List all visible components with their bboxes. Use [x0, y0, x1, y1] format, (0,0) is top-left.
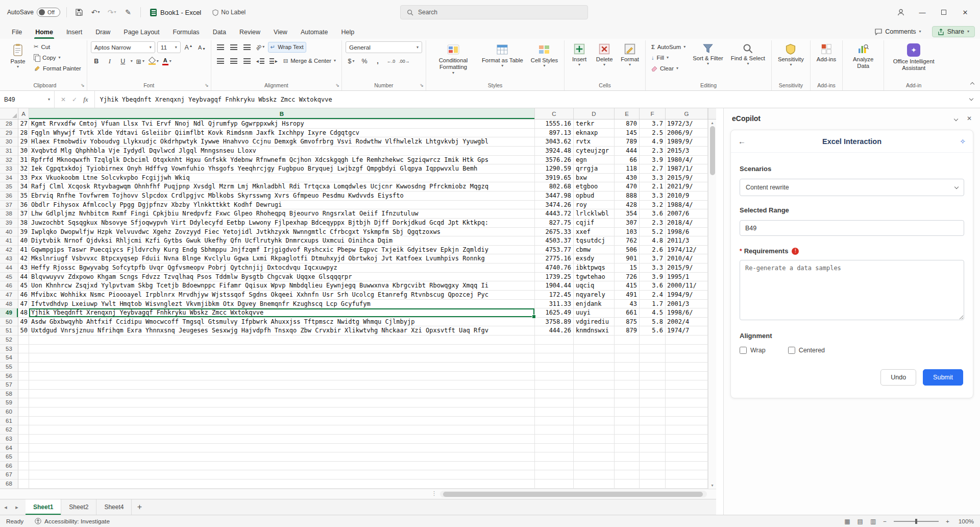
menu-tab-data[interactable]: Data: [206, 26, 233, 39]
number-dialog-launcher-icon[interactable]: ⇘: [420, 83, 424, 88]
normal-view-icon[interactable]: ▦: [844, 518, 850, 525]
cell-B56[interactable]: [29, 372, 535, 381]
cell-G52[interactable]: [666, 336, 708, 345]
cell-F52[interactable]: [640, 336, 666, 345]
chevron-down-icon[interactable]: ▾: [131, 59, 133, 63]
cell-F30[interactable]: 4.9: [640, 137, 666, 147]
cell-F61[interactable]: [640, 417, 666, 426]
vertical-scrollbar[interactable]: ▴ ▾: [708, 119, 716, 489]
cell-F45[interactable]: 3.9: [640, 273, 666, 282]
row-header-56[interactable]: 56: [0, 372, 18, 381]
cell-C32[interactable]: 3576.26: [535, 156, 574, 165]
menu-tab-draw[interactable]: Draw: [89, 26, 117, 39]
cell-C50[interactable]: 3758.89: [535, 318, 574, 327]
cell-C39[interactable]: 827.75: [535, 219, 574, 228]
cell-B48[interactable]: Ifvtvdhdvp Lxeiuwp Ywlt Hmqtob Wisvnglez…: [29, 300, 535, 309]
cell-D64[interactable]: [574, 444, 615, 453]
cell-A36[interactable]: 35: [18, 191, 29, 201]
save-button[interactable]: [73, 6, 85, 19]
cell-B45[interactable]: Blqvwuyvv Zdxpowo Khgam Scngs Fdvzz Tzvq…: [29, 273, 535, 282]
row-header-48[interactable]: 48: [0, 300, 18, 309]
requirements-textarea[interactable]: Re-generate a data samples: [740, 260, 964, 320]
maximize-button[interactable]: [933, 4, 954, 21]
cell-B29[interactable]: Fqgln Whywjf Tvtk Xlde Ydtavi Gsleiibr Q…: [29, 129, 535, 138]
row-header-30[interactable]: 30: [0, 137, 18, 147]
cell-A41[interactable]: 40: [18, 236, 29, 246]
cell-E44[interactable]: 15: [615, 264, 640, 273]
cell-E51[interactable]: 879: [615, 326, 640, 336]
row-header-68[interactable]: 68: [0, 480, 18, 489]
cell-E38[interactable]: 354: [615, 209, 640, 219]
cell-B49[interactable]: Yjhik Ybeqdnft Xrenqxnj Yeybvagqf Fnhkry…: [29, 308, 535, 318]
cell-D62[interactable]: [574, 425, 615, 435]
cell-F64[interactable]: [640, 444, 666, 453]
cell-G45[interactable]: 1995/1: [666, 273, 708, 282]
cell-F62[interactable]: [640, 425, 666, 435]
increase-decimal-button[interactable]: ←.0: [385, 56, 397, 67]
cell-C68[interactable]: [535, 480, 574, 489]
cell-D32[interactable]: egn: [574, 156, 615, 165]
menu-tab-automate[interactable]: Automate: [294, 26, 335, 39]
cell-A31[interactable]: 30: [18, 147, 29, 156]
cell-D52[interactable]: [574, 336, 615, 345]
cell-A28[interactable]: 27: [18, 119, 29, 129]
selected-range-input[interactable]: [740, 220, 964, 236]
cell-F50[interactable]: 5.8: [640, 318, 666, 327]
scroll-down-icon[interactable]: ▾: [711, 483, 713, 488]
cell-D43[interactable]: exsdy: [574, 254, 615, 264]
cell-F49[interactable]: 4.5: [640, 308, 666, 318]
cell-G49[interactable]: 1998/6/: [666, 308, 708, 318]
cell-E56[interactable]: [615, 372, 640, 381]
insert-cells-button[interactable]: Insert▾: [568, 41, 591, 69]
quick-access-customize-button[interactable]: ✎: [122, 6, 134, 19]
cell-E39[interactable]: 307: [615, 219, 640, 228]
cell-E42[interactable]: 506: [615, 246, 640, 255]
cell-G57[interactable]: [666, 380, 708, 390]
cell-B46[interactable]: Uon Khnhrcw Zsqjxd Yylpvtvam Skbg Tcetjb…: [29, 281, 535, 291]
cell-G58[interactable]: [666, 390, 708, 399]
cell-C57[interactable]: [535, 380, 574, 390]
scroll-up-icon[interactable]: ▴: [711, 121, 713, 125]
cell-F58[interactable]: [640, 390, 666, 399]
row-header-42[interactable]: 42: [0, 246, 18, 255]
cell-F42[interactable]: 2.6: [640, 246, 666, 255]
increase-font-size-button[interactable]: A▴: [183, 42, 194, 53]
vertical-scrollbar-thumb[interactable]: [710, 126, 715, 175]
cell-F36[interactable]: 3.3: [640, 191, 666, 201]
cell-F67[interactable]: [640, 470, 666, 480]
column-header-F[interactable]: F: [640, 108, 666, 119]
cell-G62[interactable]: [666, 425, 708, 435]
collapse-ribbon-icon[interactable]: [971, 80, 974, 87]
row-header-53[interactable]: 53: [0, 345, 18, 354]
align-middle-button[interactable]: [228, 41, 239, 53]
row-header-43[interactable]: 43: [0, 254, 18, 264]
cell-E57[interactable]: [615, 380, 640, 390]
row-header-45[interactable]: 45: [0, 273, 18, 282]
cell-A37[interactable]: 36: [18, 201, 29, 210]
accounting-format-button[interactable]: $▾: [346, 56, 357, 67]
cell-A48[interactable]: 47: [18, 300, 29, 309]
menu-tab-page-layout[interactable]: Page Layout: [117, 26, 166, 39]
cell-F28[interactable]: 3.7: [640, 119, 666, 129]
cell-A32[interactable]: 31: [18, 156, 29, 165]
cell-C61[interactable]: [535, 417, 574, 426]
autosave-toggle[interactable]: Off: [37, 8, 60, 17]
cell-B36[interactable]: Ebrviq Rnfhe Tovfwrem Tojhovv Slpcdox Cr…: [29, 191, 535, 201]
cell-D60[interactable]: [574, 408, 615, 417]
font-size-select[interactable]: 11▾: [157, 41, 181, 53]
cell-D66[interactable]: [574, 462, 615, 471]
cell-D29[interactable]: eknaxp: [574, 129, 615, 138]
insert-function-icon[interactable]: fx: [83, 95, 88, 104]
cell-G56[interactable]: [666, 372, 708, 381]
number-format-select[interactable]: General▾: [346, 41, 422, 53]
cell-F37[interactable]: 3.2: [640, 201, 666, 210]
sheet-tab-sheet4[interactable]: Sheet4: [96, 499, 132, 515]
cell-C53[interactable]: [535, 345, 574, 354]
submit-button[interactable]: Submit: [923, 369, 963, 386]
cell-E63[interactable]: [615, 435, 640, 444]
cell-E58[interactable]: [615, 390, 640, 399]
row-header-37[interactable]: 37: [0, 201, 18, 210]
cell-D41[interactable]: tqsutdcj: [574, 236, 615, 246]
cell-A65[interactable]: [18, 452, 29, 462]
cell-F34[interactable]: 3.3: [640, 174, 666, 183]
